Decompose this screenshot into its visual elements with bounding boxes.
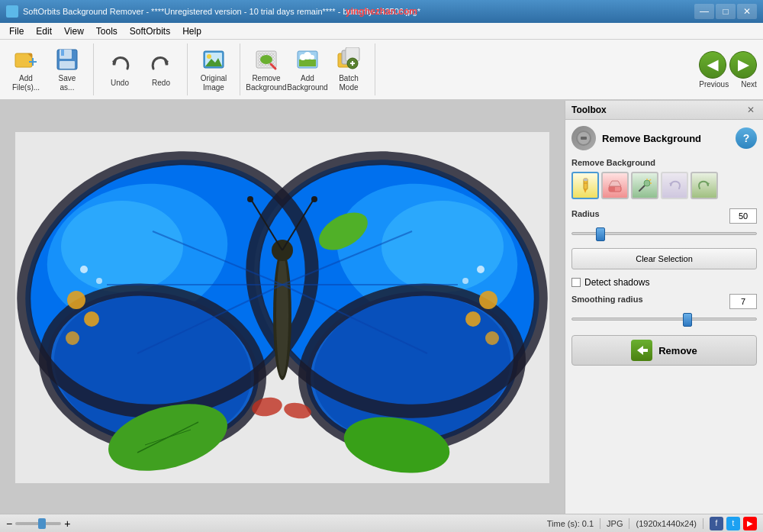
minimize-button[interactable]: — [694, 4, 714, 19]
add-background-label: AddBackground [287, 74, 327, 92]
svg-rect-3 [32, 58, 34, 66]
svg-point-54 [80, 266, 88, 273]
status-right: Time (s): 0.1 JPG (1920x1440x24) f t ▶ [547, 517, 757, 530]
maximize-button[interactable]: □ [716, 4, 736, 19]
svg-marker-95 [637, 346, 648, 355]
svg-point-50 [66, 331, 79, 345]
redo-tool-button[interactable] [691, 172, 718, 199]
svg-point-39 [382, 201, 504, 292]
menu-view[interactable]: View [58, 24, 90, 38]
save-as-label: Saveas... [59, 74, 76, 92]
zoom-plus[interactable]: + [64, 517, 70, 530]
menu-file[interactable]: File [3, 24, 30, 38]
remove-background-icon [254, 47, 278, 72]
menu-tools[interactable]: Tools [90, 24, 124, 38]
remove-bg-label: Remove Background [571, 158, 757, 167]
original-image-button[interactable]: OriginalImage [194, 44, 233, 95]
youtube-icon[interactable]: ▶ [743, 517, 757, 530]
twitter-icon[interactable]: t [726, 517, 740, 530]
status-left: − + [6, 517, 541, 530]
add-files-button[interactable]: AddFile(s)... [6, 44, 46, 95]
facebook-icon[interactable]: f [710, 517, 723, 530]
redo-icon [149, 52, 173, 76]
svg-point-18 [260, 55, 272, 64]
svg-point-59 [276, 254, 288, 376]
svg-point-48 [67, 291, 85, 309]
svg-point-53 [485, 331, 499, 345]
time-label: Time (s): 0.1 [547, 519, 594, 528]
smoothing-value: 7 [741, 297, 745, 306]
radius-slider-container[interactable] [571, 227, 757, 240]
image-canvas [0, 101, 565, 514]
radius-slider-track [571, 232, 757, 235]
redo-label: Redo [152, 79, 170, 88]
radius-value: 50 [739, 211, 748, 221]
image-dimensions: (1920x1440x24) [636, 519, 697, 528]
eraser-tool-button[interactable] [601, 172, 629, 199]
detect-shadows-row: Detect shadows [571, 277, 757, 288]
svg-point-24 [310, 55, 314, 60]
detect-shadows-checkbox[interactable] [571, 278, 581, 287]
help-button[interactable]: ? [736, 127, 757, 149]
smoothing-slider-thumb[interactable] [683, 313, 692, 327]
svg-line-92 [649, 179, 651, 181]
svg-rect-7 [60, 61, 75, 69]
svg-point-62 [247, 196, 253, 202]
remove-button-label: Remove [658, 345, 697, 356]
main-area: Toolbox ✕ Remove Background ? Remove Bac… [0, 101, 763, 514]
clear-selection-button[interactable]: Clear Selection [571, 248, 757, 269]
menu-edit[interactable]: Edit [30, 24, 58, 38]
save-icon [55, 47, 79, 72]
pencil-tool-button[interactable] [571, 172, 599, 199]
window-controls: — □ ✕ [694, 4, 757, 19]
smoothing-label-row: Smoothing radius 7 [571, 294, 757, 309]
radius-value-box: 50 [729, 208, 757, 224]
menu-softorbits[interactable]: SoftOrbits [124, 24, 176, 38]
watermark: yinghezhan.com [346, 6, 417, 17]
nav-area: ◀ ▶ Previous Next [699, 51, 757, 89]
toolbox-panel: Toolbox ✕ Remove Background ? Remove Bac… [565, 101, 763, 514]
magic-wand-button[interactable] [631, 172, 658, 199]
toolbar-bg-group: RemoveBackground AddBackground [246, 44, 375, 95]
svg-point-56 [477, 266, 485, 273]
remove-bg-header: Remove Background ? [571, 126, 757, 150]
svg-rect-80 [581, 137, 587, 140]
batch-mode-button[interactable]: BatchMode [329, 44, 369, 95]
close-button[interactable]: ✕ [737, 4, 757, 19]
remove-background-button[interactable]: RemoveBackground [246, 44, 286, 95]
svg-rect-86 [609, 186, 615, 192]
previous-button[interactable]: ◀ [699, 51, 726, 79]
butterfly-image [15, 132, 549, 483]
toolbar-edit-group: Undo Redo [100, 44, 188, 95]
smoothing-section: Smoothing radius 7 [571, 294, 757, 326]
svg-rect-83 [584, 179, 588, 181]
radius-slider-thumb[interactable] [596, 227, 605, 241]
smoothing-label: Smoothing radius [571, 295, 643, 304]
zoom-track[interactable] [15, 522, 61, 525]
smoothing-slider-container[interactable] [571, 312, 757, 326]
menu-help[interactable]: Help [176, 24, 208, 38]
remove-background-label: RemoveBackground [246, 74, 286, 92]
svg-point-35 [61, 201, 183, 292]
zoom-minus[interactable]: − [6, 517, 12, 530]
original-image-label: OriginalImage [201, 74, 227, 92]
toolbox-close-button[interactable]: ✕ [745, 104, 757, 116]
svg-point-55 [96, 278, 102, 284]
svg-point-52 [465, 311, 481, 327]
undo-tool-button[interactable] [661, 172, 688, 199]
status-divider-3 [703, 518, 703, 529]
svg-point-49 [84, 311, 99, 327]
svg-point-12 [207, 54, 211, 59]
remove-button[interactable]: Remove [571, 335, 757, 366]
canvas-area[interactable] [0, 101, 565, 514]
save-as-button[interactable]: Saveas... [47, 44, 87, 95]
zoom-controls: − + [6, 517, 70, 530]
social-icons: f t ▶ [710, 517, 757, 530]
undo-button[interactable]: Undo [100, 44, 140, 95]
toolbar-view-group: OriginalImage [194, 44, 240, 95]
redo-button[interactable]: Redo [141, 44, 181, 95]
nav-buttons: ◀ ▶ [699, 51, 757, 79]
next-button[interactable]: ▶ [729, 51, 757, 79]
add-background-button[interactable]: AddBackground [288, 44, 327, 95]
smoothing-slider-track [571, 318, 757, 321]
